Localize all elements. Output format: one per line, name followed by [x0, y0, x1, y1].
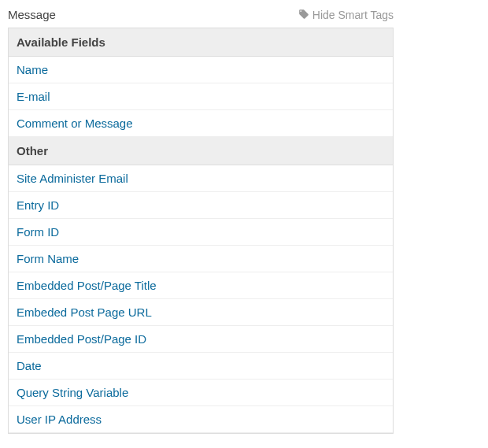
- field-item[interactable]: Form ID: [9, 219, 393, 246]
- field-item[interactable]: Comment or Message: [9, 110, 393, 137]
- field-item[interactable]: Entry ID: [9, 192, 393, 219]
- field-item[interactable]: Embedded Post/Page ID: [9, 326, 393, 353]
- hide-smart-tags-toggle[interactable]: Hide Smart Tags: [298, 9, 394, 21]
- field-item[interactable]: Site Administer Email: [9, 165, 393, 192]
- field-item[interactable]: Name: [9, 57, 393, 83]
- section-label: Message: [8, 8, 56, 21]
- hide-smart-tags-label: Hide Smart Tags: [312, 9, 394, 21]
- field-list-available: Name E-mail Comment or Message: [9, 57, 393, 137]
- field-item[interactable]: Query String Variable: [9, 380, 393, 406]
- group-header-other: Other: [9, 137, 393, 165]
- field-item[interactable]: Embeded Post Page URL: [9, 299, 393, 326]
- group-header-available-fields: Available Fields: [9, 28, 393, 57]
- tag-icon: [298, 9, 309, 21]
- field-item[interactable]: Embedded Post/Page Title: [9, 272, 393, 299]
- field-item[interactable]: E-mail: [9, 83, 393, 110]
- smart-tags-panel: Available Fields Name E-mail Comment or …: [8, 28, 394, 434]
- header-row: Message Hide Smart Tags: [8, 8, 394, 28]
- field-item[interactable]: User IP Address: [9, 406, 393, 433]
- field-list-other: Site Administer Email Entry ID Form ID F…: [9, 165, 393, 433]
- field-item[interactable]: Form Name: [9, 246, 393, 272]
- field-item[interactable]: Date: [9, 353, 393, 380]
